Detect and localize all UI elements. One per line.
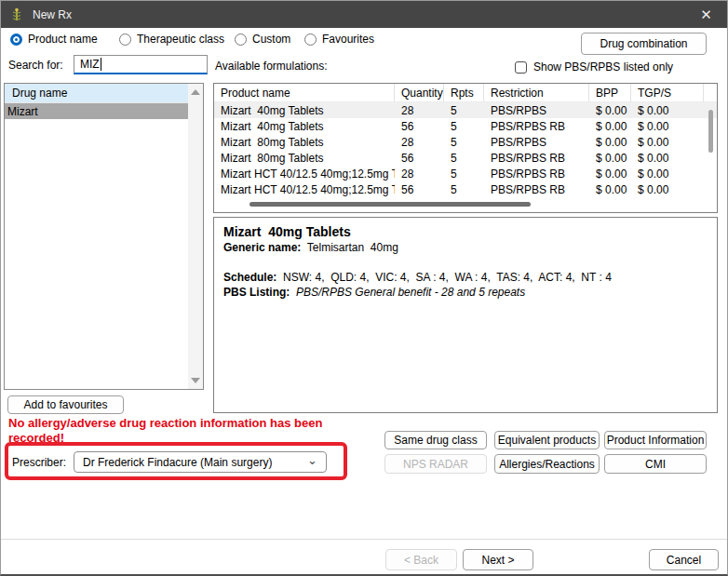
search-value: MIZ [80,58,100,71]
cell: $ 0.00 [589,152,631,165]
cell: $ 0.00 [589,183,631,196]
radio-therapeutic-class[interactable]: Therapeutic class [119,33,224,46]
next-button[interactable]: Next > [463,549,533,570]
cell: $ 0.00 [589,136,631,149]
cell: 28 [395,167,444,181]
radio-label: Favourites [322,33,374,46]
radio-favourites[interactable]: Favourites [304,33,374,46]
checkbox-unchecked-icon [515,61,527,74]
list-item[interactable]: Mizart [5,103,188,119]
drug-name-list: Drug name Mizart [4,83,204,390]
cell: $ 0.00 [631,167,704,181]
product-title: Mizart 40mg Tablets [223,224,708,239]
same-drug-class-button[interactable]: Same drug class [384,431,487,449]
back-button: < Back [385,549,457,570]
cell: $ 0.00 [631,104,704,117]
cell: 5 [444,120,484,133]
table-row[interactable]: Mizart 40mg Tablets 56 5 PBS/RPBS RB $ 0… [214,118,717,134]
cell: PBS/RPBS RB [484,167,589,181]
drug-list-scrollbar[interactable] [188,84,203,389]
add-to-favourites-button[interactable]: Add to favourites [7,395,124,414]
radio-label: Product name [28,33,98,46]
radio-custom[interactable]: Custom [235,33,290,46]
product-information-button[interactable]: Product Information [604,431,707,449]
pbs-listing-label: PBS Listing: [223,286,290,299]
cell: 28 [395,136,444,149]
radio-label: Therapeutic class [137,33,224,46]
cell: 5 [444,104,484,117]
cell: Mizart HCT 40/12.5 40mg;12.5mg Tablets [214,183,395,196]
column-header[interactable]: Product name [214,84,395,101]
equivalent-products-button[interactable]: Equivalent products [494,431,600,449]
cell: 56 [395,152,444,165]
cell: 5 [444,152,484,165]
nps-radar-button: NPS RADAR [384,454,487,474]
cell: Mizart 40mg Tablets [214,104,395,117]
cell: PBS/RPBS RB [484,152,589,165]
column-header[interactable]: Rpts [444,84,484,101]
formulations-label: Available formulations: [215,60,328,73]
cell: PBS/RPBS RB [484,120,589,133]
table-row[interactable]: Mizart HCT 40/12.5 40mg;12.5mg Tablets 2… [214,166,717,181]
generic-name-label: Generic name: [223,241,301,254]
cell: PBS/RPBS [484,136,589,149]
radio-unselected-icon [304,33,317,46]
table-vertical-scrollbar[interactable] [708,110,713,153]
generic-name-line: Generic name: Telmisartan 40mg [223,241,708,254]
cell: $ 0.00 [589,167,631,181]
cell: 5 [444,167,484,181]
highlight-annotation-box [5,442,347,480]
cell: 56 [395,183,444,196]
table-horizontal-scrollbar[interactable] [249,202,531,207]
cell: $ 0.00 [589,120,631,133]
close-icon[interactable]: ✕ [685,1,727,28]
cancel-button[interactable]: Cancel [649,549,719,570]
column-header[interactable]: TGP/S [631,84,704,101]
cell: 5 [444,136,484,149]
generic-name-value: Telmisartan 40mg [307,241,398,254]
scroll-down-icon[interactable] [191,378,200,383]
cell: Mizart 40mg Tablets [214,120,395,133]
schedule-line: Schedule: NSW: 4, QLD: 4, VIC: 4, SA : 4… [223,271,708,284]
cell: PBS/RPBS RB [484,183,589,196]
cell: Mizart 80mg Tablets [214,136,395,149]
footer-divider [1,539,727,540]
drug-list-header: Drug name [5,84,188,103]
cell: 56 [395,120,444,133]
column-header[interactable]: Restriction [484,84,589,101]
table-header-row: Product name Quantity Rpts Restriction B… [214,84,717,102]
radio-product-name[interactable]: Product name [10,33,98,46]
allergies-reactions-button[interactable]: Allergies/Reactions [494,454,600,474]
allergy-warning-line1: No allergy/adverse drug reaction informa… [8,416,322,430]
cmi-button[interactable]: CMI [604,454,707,474]
cell: $ 0.00 [631,152,704,165]
cell: $ 0.00 [631,183,704,196]
table-row[interactable]: Mizart HCT 40/12.5 40mg;12.5mg Tablets 5… [214,181,717,197]
cell: PBS/RPBS [484,104,589,117]
new-rx-dialog: New Rx ✕ Product name Therapeutic class … [0,0,728,576]
drug-combination-button[interactable]: Drug combination [581,33,707,55]
radio-label: Custom [252,33,290,46]
table-row[interactable]: Mizart 80mg Tablets 28 5 PBS/RPBS $ 0.00… [214,134,717,150]
schedule-value: NSW: 4, QLD: 4, VIC: 4, SA : 4, WA : 4, … [283,271,612,284]
cell: 5 [444,183,484,196]
radio-unselected-icon [235,33,247,46]
table-row[interactable]: Mizart 80mg Tablets 56 5 PBS/RPBS RB $ 0… [214,150,717,166]
search-input[interactable]: MIZ [74,55,208,74]
cell: Mizart HCT 40/12.5 40mg;12.5mg Tablets [214,167,395,181]
window-title: New Rx [33,8,72,21]
text-caret [101,58,101,71]
column-header[interactable]: BPP [589,84,631,101]
radio-selected-icon [10,33,22,46]
cell: $ 0.00 [589,104,631,117]
cell: 28 [395,104,444,117]
column-header[interactable]: Quantity [395,84,444,101]
scroll-up-icon[interactable] [191,89,200,95]
product-details-pane: Mizart 40mg Tablets Generic name: Telmis… [213,217,718,413]
pbs-listing-value: PBS/RPBS General benefit - 28 and 5 repe… [296,286,525,299]
show-pbs-checkbox[interactable]: Show PBS/RPBS listed only [515,60,673,74]
table-row[interactable]: Mizart 40mg Tablets 28 5 PBS/RPBS $ 0.00… [214,102,717,118]
pbs-listing-line: PBS Listing: PBS/RPBS General benefit - … [223,286,708,299]
cell: Mizart 80mg Tablets [214,152,395,165]
formulations-table: Product name Quantity Rpts Restriction B… [213,83,718,213]
